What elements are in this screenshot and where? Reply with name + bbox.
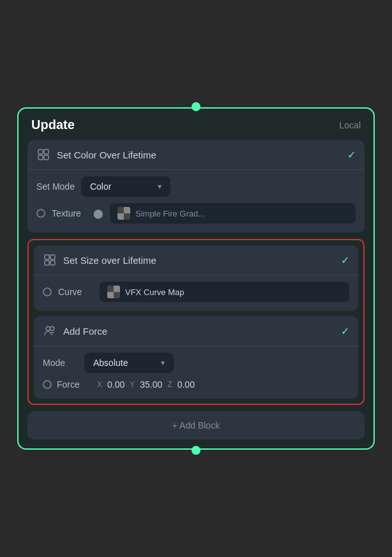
force-row: Force x 0.00 Y 35.00 z 0.00 xyxy=(43,379,349,390)
set-size-block: Set Size over Lifetime ✓ Curve xyxy=(34,245,358,311)
c2 xyxy=(114,286,120,292)
force-y-axis: Y xyxy=(130,380,135,389)
svg-rect-6 xyxy=(45,261,49,265)
svg-rect-0 xyxy=(38,149,43,154)
block-divider-3 xyxy=(34,346,358,346)
texture-value[interactable]: Simple Fire Grad... xyxy=(110,203,356,224)
c3 xyxy=(107,292,114,298)
svg-point-8 xyxy=(46,326,50,330)
set-color-check[interactable]: ✓ xyxy=(347,149,356,161)
set-size-body: Curve VFX Curve Map xyxy=(34,279,358,311)
location-icon: ⬤ xyxy=(93,208,103,218)
mode-label: Mode xyxy=(43,358,78,368)
node-title: Update xyxy=(31,118,75,132)
checker-cell-4 xyxy=(124,213,130,220)
force-z-axis: z xyxy=(167,380,172,389)
set-color-body: Set Mode Color ▾ Texture ⬤ xyxy=(27,174,365,233)
block-divider-1 xyxy=(27,169,365,170)
force-radio[interactable] xyxy=(43,380,52,389)
add-force-body: Mode Absolute ▾ Force x 0.00 Y 35.00 xyxy=(34,350,358,399)
red-border-group: Set Size over Lifetime ✓ Curve xyxy=(27,239,365,405)
texture-row: Texture ⬤ Simple Fire Grad... xyxy=(36,203,356,224)
node-content: Set Color Over Lifetime ✓ Set Mode Color… xyxy=(19,140,373,448)
set-color-title: Set Color Over Lifetime xyxy=(57,149,156,160)
mode-dropdown[interactable]: Absolute ▾ xyxy=(84,353,174,373)
texture-label: Texture xyxy=(52,208,87,218)
checker-cell-1 xyxy=(117,207,124,213)
set-mode-label: Set Mode xyxy=(36,181,75,192)
set-size-title: Set Size over Lifetime xyxy=(63,255,156,266)
node-panel: Update Local Set Color Over Lifetime ✓ xyxy=(17,107,375,450)
curve-value[interactable]: VFX Curve Map xyxy=(100,282,349,302)
mode-value: Absolute xyxy=(93,358,128,368)
curve-label: Curve xyxy=(58,287,93,297)
checker-cell-2 xyxy=(124,207,130,213)
checker-icon xyxy=(117,207,130,220)
svg-point-9 xyxy=(50,326,54,330)
node-header: Update Local xyxy=(19,109,373,140)
svg-rect-5 xyxy=(50,255,55,259)
connector-top[interactable] xyxy=(192,102,200,111)
svg-rect-1 xyxy=(44,149,49,154)
mode-row: Mode Absolute ▾ xyxy=(43,353,349,373)
curve-checker-icon xyxy=(107,286,120,298)
curve-radio[interactable] xyxy=(43,287,52,296)
set-color-header[interactable]: Set Color Over Lifetime ✓ xyxy=(27,140,365,169)
curve-filename: VFX Curve Map xyxy=(125,287,184,297)
block-divider-2 xyxy=(34,275,358,275)
grid-icon-2 xyxy=(43,253,57,267)
set-mode-dropdown[interactable]: Color ▾ xyxy=(81,176,170,197)
connector-bottom[interactable] xyxy=(192,446,200,455)
force-y-value[interactable]: 35.00 xyxy=(140,379,162,390)
add-block-button[interactable]: + Add Block xyxy=(27,411,365,439)
texture-radio[interactable] xyxy=(36,209,45,218)
c1 xyxy=(107,286,114,292)
set-color-block: Set Color Over Lifetime ✓ Set Mode Color… xyxy=(27,140,365,233)
set-mode-row: Set Mode Color ▾ xyxy=(36,176,356,197)
force-x-value[interactable]: 0.00 xyxy=(107,379,124,390)
dropdown-arrow-2: ▾ xyxy=(161,358,165,367)
svg-rect-7 xyxy=(50,261,55,265)
force-label: Force xyxy=(57,379,92,390)
c4 xyxy=(114,292,120,298)
set-mode-value: Color xyxy=(90,181,111,192)
set-size-check[interactable]: ✓ xyxy=(341,254,349,266)
svg-rect-4 xyxy=(45,255,49,259)
dropdown-arrow-1: ▾ xyxy=(158,182,162,191)
node-label: Local xyxy=(340,120,361,130)
svg-rect-2 xyxy=(38,155,43,160)
force-z-value[interactable]: 0.00 xyxy=(177,379,195,390)
add-force-title: Add Force xyxy=(63,326,107,337)
curve-row: Curve VFX Curve Map xyxy=(43,282,349,302)
add-force-check[interactable]: ✓ xyxy=(341,325,349,337)
force-x-axis: x xyxy=(97,380,102,389)
set-size-header[interactable]: Set Size over Lifetime ✓ xyxy=(34,245,358,275)
add-force-block: Add Force ✓ Mode Absolute ▾ xyxy=(34,316,358,399)
texture-filename: Simple Fire Grad... xyxy=(135,209,205,218)
people-icon xyxy=(43,324,57,338)
svg-rect-3 xyxy=(44,155,49,160)
add-force-header[interactable]: Add Force ✓ xyxy=(34,316,358,346)
grid-icon xyxy=(36,148,50,162)
checker-cell-3 xyxy=(117,213,124,220)
